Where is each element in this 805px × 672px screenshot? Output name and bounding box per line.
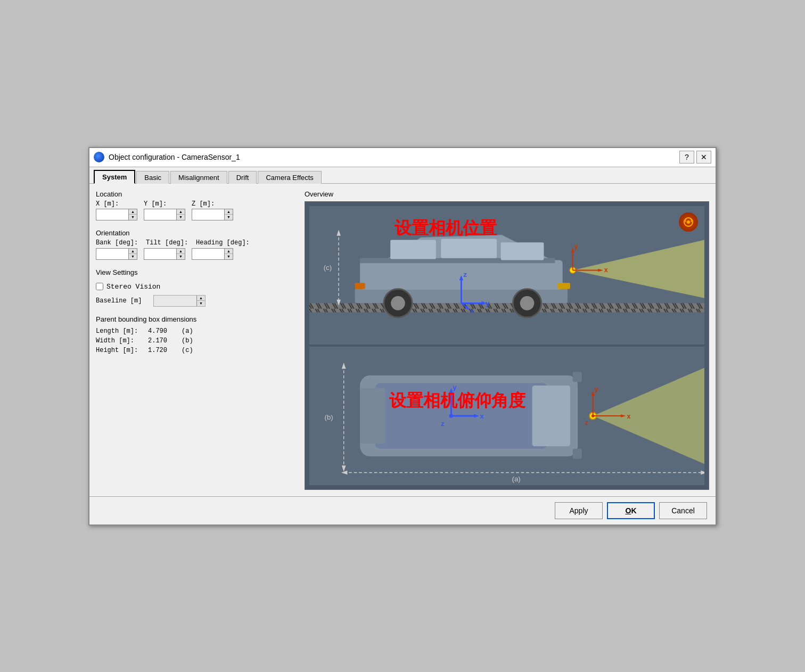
cancel-button[interactable]: Cancel: [659, 502, 707, 519]
location-title: Location: [96, 190, 298, 198]
z-spin-down[interactable]: ▼: [224, 215, 233, 220]
z-spinbox[interactable]: 1.320 ▲ ▼: [192, 209, 233, 220]
app-icon: [94, 152, 104, 162]
main-content: Location X [m]: 1.620 ▲ ▼ Y [m: [89, 184, 716, 496]
svg-text:(c): (c): [324, 264, 332, 272]
top-down-svg: (b) (a) y: [309, 347, 704, 485]
heading-input[interactable]: 0.0: [192, 249, 224, 259]
tilt-label: Tilt [deg]:: [146, 239, 194, 247]
baseline-spinbox[interactable]: 0.2000 ▲ ▼: [153, 295, 206, 307]
svg-rect-9: [501, 242, 544, 260]
apply-button[interactable]: Apply: [555, 502, 603, 519]
svg-marker-43: [342, 363, 346, 368]
bank-spin-down[interactable]: ▼: [128, 254, 137, 259]
view-settings-section: View Settings Stereo Vision Baseline [m]…: [96, 268, 298, 307]
height-letter: (c): [182, 347, 198, 354]
svg-point-56: [449, 414, 454, 418]
x-spin-down[interactable]: ▼: [128, 215, 137, 220]
tilt-input[interactable]: 0.0: [144, 249, 176, 259]
tilt-spin-btns: ▲ ▼: [176, 249, 185, 259]
bank-input[interactable]: 0.0: [96, 249, 128, 259]
y-spinbox[interactable]: 0.000 ▲ ▼: [144, 209, 185, 220]
svg-text:x: x: [627, 412, 630, 420]
bounding-row-1: Width [m]: 2.170 (b): [96, 337, 298, 345]
y-spin-btns: ▲ ▼: [176, 209, 185, 220]
z-spin-btns: ▲ ▼: [224, 209, 233, 220]
y-input[interactable]: 0.000: [144, 209, 176, 220]
svg-marker-48: [701, 470, 704, 474]
svg-text:z: z: [585, 419, 588, 427]
svg-rect-38: [532, 385, 570, 446]
bank-label: Bank [deg]:: [96, 239, 144, 247]
bank-spinbox[interactable]: 0.0 ▲ ▼: [96, 248, 137, 260]
view-settings-title: View Settings: [96, 268, 298, 276]
y-spin-up[interactable]: ▲: [176, 209, 185, 215]
heading-spin-down[interactable]: ▼: [224, 254, 233, 259]
tilt-spin-up[interactable]: ▲: [176, 249, 185, 254]
height-value: 1.720: [148, 347, 177, 354]
orientation-title: Orientation: [96, 229, 298, 237]
tilt-spinbox[interactable]: 0.0 ▲ ▼: [144, 248, 185, 260]
y-spin-down[interactable]: ▼: [176, 215, 185, 220]
close-button[interactable]: ✕: [696, 151, 711, 163]
tab-basic[interactable]: Basic: [136, 171, 169, 184]
tab-drift[interactable]: Drift: [228, 171, 257, 184]
heading-label: Heading [deg]:: [196, 239, 254, 247]
length-value: 4.790: [148, 327, 177, 335]
svg-text:y: y: [486, 299, 490, 307]
stereo-vision-row: Stereo Vision: [96, 283, 298, 291]
svg-rect-15: [355, 283, 365, 289]
svg-text:(b): (b): [325, 413, 333, 421]
x-label: X [m]:: [96, 200, 137, 208]
svg-marker-44: [342, 465, 346, 471]
svg-text:(a): (a): [512, 474, 521, 482]
baseline-spin-btns: ▲ ▼: [196, 296, 205, 306]
tab-camera-effects[interactable]: Camera Effects: [258, 171, 321, 184]
svg-rect-7: [390, 240, 436, 259]
height-label: Height [m]:: [96, 347, 144, 354]
tab-misalignment[interactable]: Misalignment: [170, 171, 227, 184]
baseline-input[interactable]: 0.2000: [154, 296, 196, 306]
svg-rect-39: [360, 388, 385, 444]
z-spin-up[interactable]: ▲: [224, 209, 233, 215]
svg-marker-47: [341, 470, 347, 474]
stereo-vision-checkbox[interactable]: [96, 283, 103, 290]
orientation-section: Orientation Bank [deg]: Tilt [deg]: Head…: [96, 229, 298, 260]
car-views-container: 设置相机位置: [305, 201, 709, 490]
annotation-orientation: 设置相机俯仰角度: [389, 389, 525, 413]
heading-spinbox[interactable]: 0.0 ▲ ▼: [192, 248, 233, 260]
car-view-top-down: 设置相机俯仰角度: [309, 347, 704, 485]
ok-label: OK: [625, 506, 636, 515]
z-input[interactable]: 1.320: [192, 209, 224, 220]
window-title: Object configuration - CameraSensor_1: [109, 153, 240, 161]
svg-rect-8: [441, 239, 497, 258]
stereo-vision-label: Stereo Vision: [106, 283, 160, 291]
svg-point-65: [592, 414, 595, 417]
bounding-row-0: Length [m]: 4.790 (a): [96, 327, 298, 335]
length-letter: (a): [182, 327, 198, 335]
tilt-spin-down[interactable]: ▼: [176, 254, 185, 259]
x-input[interactable]: 1.620: [96, 209, 128, 220]
svg-rect-14: [557, 283, 570, 289]
baseline-spin-up[interactable]: ▲: [196, 296, 205, 301]
svg-text:x: x: [471, 308, 474, 314]
heading-spin-up[interactable]: ▲: [224, 249, 233, 254]
bank-spin-up[interactable]: ▲: [128, 249, 137, 254]
x-spinbox[interactable]: 1.620 ▲ ▼: [96, 209, 137, 220]
orientation-fields: 0.0 ▲ ▼ 0.0 ▲ ▼ 0.0: [96, 248, 298, 260]
z-field-col: Z [m]: 1.320 ▲ ▼: [192, 200, 233, 220]
width-label: Width [m]:: [96, 337, 144, 345]
cancel-label: Cancel: [671, 506, 695, 515]
location-section: Location X [m]: 1.620 ▲ ▼ Y [m: [96, 190, 298, 220]
width-letter: (b): [182, 337, 198, 345]
svg-marker-17: [336, 230, 341, 235]
help-button[interactable]: ?: [679, 151, 694, 163]
main-window: Object configuration - CameraSensor_1 ? …: [88, 147, 717, 526]
tab-system[interactable]: System: [94, 170, 135, 184]
length-label: Length [m]:: [96, 327, 144, 335]
x-spin-up[interactable]: ▲: [128, 209, 137, 215]
ok-button[interactable]: OK: [607, 502, 655, 519]
car-view-side: 设置相机位置: [309, 206, 704, 345]
baseline-spin-down[interactable]: ▼: [196, 301, 205, 306]
title-bar-left: Object configuration - CameraSensor_1: [94, 152, 240, 162]
